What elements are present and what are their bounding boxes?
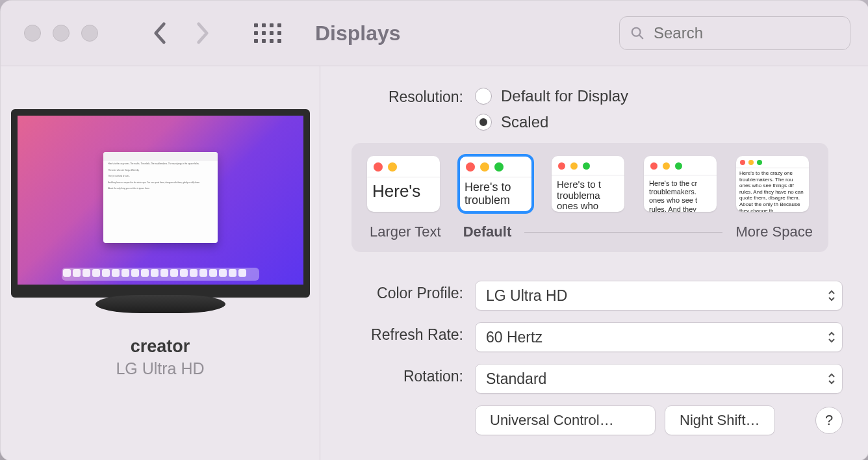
color-profile-select[interactable]: LG Ultra HD — [475, 281, 843, 311]
radio-label: Default for Display — [501, 87, 628, 105]
color-profile-label: Color Profile: — [340, 281, 475, 302]
refresh-rate-select[interactable]: 60 Hertz — [475, 322, 843, 352]
select-value: 60 Hertz — [486, 329, 542, 346]
scaling-option-1[interactable]: Here's — [367, 156, 440, 212]
scaling-selector: Here's Here's to troublem Here's to t tr… — [351, 143, 828, 252]
night-shift-button[interactable]: Night Shift… — [665, 405, 775, 435]
search-input[interactable] — [652, 23, 849, 43]
radio-label: Scaled — [501, 113, 548, 131]
display-name: creator — [131, 337, 190, 357]
svg-line-1 — [639, 35, 643, 38]
search-field[interactable] — [619, 16, 850, 50]
toolbar: Displays — [1, 1, 868, 66]
help-button[interactable]: ? — [815, 407, 843, 434]
display-model: LG Ultra HD — [116, 359, 204, 378]
resolution-scaled-radio[interactable]: Scaled — [475, 113, 843, 131]
window-title: Displays — [315, 21, 401, 45]
refresh-rate-label: Refresh Rate: — [340, 322, 475, 344]
universal-control-button[interactable]: Universal Control… — [475, 405, 656, 435]
rotation-label: Rotation: — [340, 364, 475, 385]
more-space-label: More Space — [735, 224, 813, 240]
select-value: Standard — [486, 370, 546, 388]
scaling-option-2[interactable]: Here's to troublem — [459, 156, 532, 212]
minimize-icon[interactable] — [53, 25, 70, 42]
select-value: LG Ultra HD — [486, 287, 567, 305]
chevron-updown-icon — [828, 331, 836, 343]
radio-icon — [475, 114, 492, 131]
settings-panel: Resolution: Default for Display Scaled — [320, 66, 868, 460]
scale-divider — [524, 232, 722, 233]
scaling-option-3[interactable]: Here's to t troublema ones who — [552, 156, 624, 212]
default-scale-label: Default — [463, 224, 512, 240]
back-button[interactable] — [153, 21, 167, 45]
traffic-lights — [24, 25, 98, 42]
scaling-option-5[interactable]: Here's to the crazy one troublemakers. T… — [736, 156, 809, 212]
scaling-option-4[interactable]: Here's to the cr troublemakers. ones who… — [644, 156, 717, 212]
display-preview-panel: Here's to the crazy ones. The misfits. T… — [1, 66, 320, 460]
chevron-updown-icon — [828, 373, 836, 385]
radio-icon — [475, 88, 492, 105]
forward-button[interactable] — [196, 21, 210, 45]
resolution-default-radio[interactable]: Default for Display — [475, 87, 843, 105]
rotation-select[interactable]: Standard — [475, 364, 843, 394]
system-preferences-window: Displays Here's to the crazy ones. The m… — [0, 0, 868, 460]
show-all-button[interactable] — [254, 23, 281, 43]
monitor-illustration: Here's to the crazy ones. The misfits. T… — [11, 109, 310, 298]
zoom-icon[interactable] — [81, 25, 98, 42]
nav-buttons — [153, 21, 210, 45]
chevron-updown-icon — [828, 290, 836, 301]
close-icon[interactable] — [24, 25, 41, 42]
search-icon — [630, 26, 645, 40]
larger-text-label: Larger Text — [370, 224, 441, 240]
resolution-label: Resolution: — [340, 84, 475, 106]
